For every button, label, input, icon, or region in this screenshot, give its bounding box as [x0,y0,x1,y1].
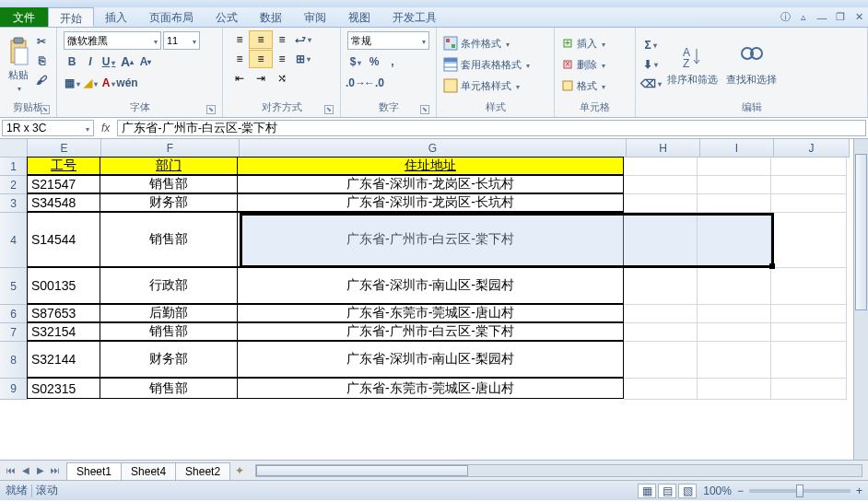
cell[interactable]: 广东省-广州市-白云区-棠下村 [237,212,624,267]
cell[interactable] [698,194,771,213]
row-header[interactable]: 7 [0,323,28,342]
sheet-nav-first-icon[interactable]: ⏮ [4,465,18,475]
grow-font-button[interactable]: A▴ [119,53,135,71]
paste-button[interactable]: 粘贴 [5,30,31,99]
underline-button[interactable]: U [100,53,117,71]
number-format-dropdown[interactable]: 常规 [347,31,429,50]
tab-formulas[interactable]: 公式 [205,7,249,27]
number-launcher-icon[interactable]: ⬊ [420,105,429,114]
cell[interactable]: 后勤部 [100,304,238,322]
zoom-slider[interactable] [749,489,850,493]
cell[interactable]: 销售部 [100,175,238,193]
tab-review[interactable]: 审阅 [293,7,337,27]
font-launcher-icon[interactable]: ⬊ [206,105,216,114]
row-header[interactable]: 6 [0,305,28,323]
autosum-button[interactable]: Σ [642,36,659,54]
align-right-button[interactable]: ≡ [270,50,294,68]
window-close-icon[interactable]: ✕ [850,7,868,27]
accounting-format-button[interactable]: $ [347,53,364,71]
cell[interactable] [624,379,698,400]
column-header[interactable]: F [101,139,240,158]
formula-input[interactable]: 广东省-广州市-白云区-棠下村 [117,120,866,136]
cell[interactable] [771,268,847,305]
cell[interactable]: 广东省-东莞市-莞城区-唐山村 [237,378,624,399]
shrink-font-button[interactable]: A▾ [137,53,154,71]
conditional-format-button[interactable]: 条件格式 [443,33,547,53]
cell[interactable] [771,305,847,323]
column-header[interactable]: H [627,139,700,158]
percent-format-button[interactable]: % [366,53,382,71]
clear-button[interactable]: ⌫ [642,75,659,93]
orientation-button[interactable]: ⤭ [270,69,294,88]
row-header[interactable]: 5 [0,268,28,305]
tab-layout[interactable]: 页面布局 [138,7,205,27]
format-cells-button[interactable]: 格式 [561,76,628,96]
table-format-button[interactable]: 套用表格格式 [443,54,547,75]
italic-button[interactable]: I [82,53,99,71]
cell[interactable]: S34548 [27,193,100,212]
font-size-dropdown[interactable]: 11 [163,31,200,50]
tab-data[interactable]: 数据 [249,7,293,27]
phonetic-button[interactable]: wén [119,74,135,92]
select-all-triangle[interactable] [0,139,28,158]
cell[interactable] [698,176,771,194]
font-color-button[interactable]: A [100,74,117,92]
cell[interactable]: 广东省-深圳市-南山区-梨园村 [237,267,624,304]
cell[interactable]: 部门 [100,157,238,175]
row-header[interactable]: 9 [0,379,28,400]
cell[interactable] [698,305,771,323]
find-select-button[interactable]: 查找和选择 [721,30,780,99]
cell[interactable] [698,213,771,268]
cell[interactable]: 财务部 [100,193,238,212]
tab-developer[interactable]: 开发工具 [381,7,448,27]
window-min-icon[interactable]: — [813,7,831,27]
zoom-out-button[interactable]: − [737,484,744,497]
alignment-launcher-icon[interactable]: ⬊ [324,105,334,114]
fill-color-button[interactable]: ◢ [82,74,99,92]
view-pagebreak-icon[interactable]: ▧ [678,484,697,498]
sheet-nav-next-icon[interactable]: ▶ [33,465,48,475]
sheet-tab[interactable]: Sheet2 [175,462,230,480]
cell[interactable]: 广东省-深圳市-南山区-梨园村 [237,341,624,378]
column-header[interactable]: J [774,139,850,158]
cell[interactable] [624,305,698,323]
cell[interactable] [624,268,698,305]
zoom-in-button[interactable]: + [856,484,862,497]
clipboard-launcher-icon[interactable]: ⬊ [41,105,50,114]
row-header[interactable]: 4 [0,213,28,268]
cell[interactable] [624,323,698,342]
bold-button[interactable]: B [64,53,80,71]
cell[interactable]: 广东省-深圳市-龙岗区-长坑村 [237,175,624,193]
cell[interactable] [771,342,847,379]
cell[interactable]: S14544 [27,212,100,267]
name-box[interactable]: 1R x 3C [2,120,94,136]
view-normal-icon[interactable]: ▦ [638,484,656,498]
row-header[interactable]: 1 [0,158,28,176]
cell[interactable]: 工号 [27,157,100,175]
cell[interactable] [624,158,698,176]
cell[interactable]: 财务部 [100,341,238,378]
cell[interactable]: S87653 [27,304,100,322]
cell[interactable] [698,323,771,342]
cell[interactable] [771,323,847,342]
help-icon[interactable]: ⓘ [776,7,794,27]
horizontal-scroll-thumb[interactable] [256,465,468,476]
align-bottom-button[interactable]: ≡ [270,30,294,49]
zoom-slider-thumb[interactable] [796,484,803,497]
cell[interactable] [771,194,847,213]
cell[interactable] [624,176,698,194]
minimize-ribbon-icon[interactable]: ▵ [794,7,813,27]
cell[interactable]: 行政部 [100,267,238,304]
tab-file[interactable]: 文件 [0,7,48,27]
cell[interactable] [771,213,847,268]
border-button[interactable]: ▦ [64,74,80,92]
window-restore-icon[interactable]: ❐ [831,7,850,27]
sheet-nav-prev-icon[interactable]: ◀ [18,465,33,475]
cell[interactable]: S32154 [27,322,100,341]
cell[interactable]: 广东省-东莞市-莞城区-唐山村 [237,304,624,322]
column-header[interactable]: G [240,139,627,158]
comma-format-button[interactable]: , [384,53,401,71]
vertical-scroll-thumb[interactable] [855,154,867,310]
cell[interactable]: S32144 [27,341,100,378]
cell[interactable] [624,194,698,213]
